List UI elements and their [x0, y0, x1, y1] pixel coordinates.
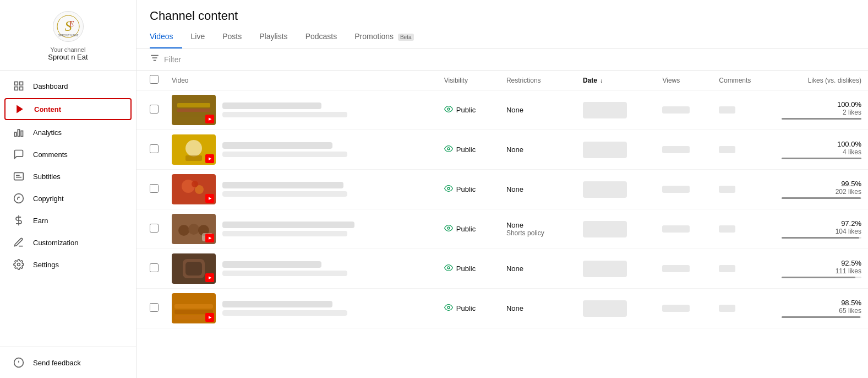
- tab-playlists[interactable]: Playlists: [250, 25, 296, 48]
- views-cell: [656, 209, 712, 249]
- sidebar-item-customization[interactable]: Customization: [0, 231, 136, 253]
- video-meta: [222, 231, 347, 236]
- svg-rect-10: [18, 129, 19, 137]
- svg-point-15: [14, 194, 24, 203]
- sidebar-item-settings[interactable]: Settings: [0, 253, 136, 276]
- tab-videos[interactable]: Videos: [150, 25, 182, 48]
- date-value: [583, 221, 627, 237]
- restriction-cell: None: [500, 90, 576, 130]
- comments-value: [719, 265, 735, 272]
- video-title: [222, 142, 332, 149]
- restriction-cell: None: [500, 289, 576, 328]
- visibility-label: Public: [456, 145, 476, 154]
- tab-podcasts[interactable]: Podcasts: [297, 25, 346, 48]
- views-value: [662, 225, 690, 233]
- visibility-label: Public: [456, 264, 476, 273]
- likes-cell: 100.0% 2 likes: [775, 90, 868, 130]
- views-cell: [656, 130, 712, 170]
- svg-point-47: [447, 267, 450, 269]
- video-thumbnail[interactable]: [172, 253, 216, 284]
- sidebar-item-send-feedback[interactable]: Send feedback: [0, 352, 136, 374]
- sidebar-item-dashboard[interactable]: Dashboard: [0, 75, 136, 97]
- th-video: Video: [165, 71, 438, 90]
- row-checkbox[interactable]: [150, 224, 159, 233]
- likes-percent: 100.0%: [782, 140, 861, 148]
- sidebar-item-label: Content: [34, 105, 61, 114]
- th-likes: Likes (vs. dislikes): [775, 71, 868, 90]
- likes-percent: 92.5%: [782, 259, 861, 267]
- date-cell: [576, 209, 656, 249]
- svg-point-17: [18, 263, 20, 266]
- page-title: Channel content: [137, 0, 868, 23]
- row-checkbox[interactable]: [150, 105, 159, 114]
- restriction-detail: Shorts policy: [506, 229, 570, 237]
- video-meta: [222, 112, 347, 117]
- video-title: [222, 261, 321, 268]
- likes-bar: [782, 197, 861, 199]
- views-cell: [656, 289, 712, 328]
- row-checkbox[interactable]: [150, 303, 159, 312]
- sidebar-item-subtitles[interactable]: Subtitles: [0, 165, 136, 187]
- video-title: [222, 182, 343, 188]
- tab-posts[interactable]: Posts: [214, 25, 250, 48]
- visibility-cell: Public: [438, 289, 500, 328]
- comments-cell: [712, 90, 775, 130]
- sidebar-item-copyright[interactable]: Copyright: [0, 187, 136, 209]
- tab-live[interactable]: Live: [182, 25, 214, 48]
- visibility-icon: [444, 303, 453, 314]
- video-title: [222, 301, 332, 307]
- likes-count: 202 likes: [782, 188, 861, 196]
- svg-point-40: [188, 224, 199, 235]
- subtitles-icon: [13, 171, 24, 182]
- video-thumbnail[interactable]: [172, 293, 216, 323]
- svg-rect-6: [15, 87, 18, 90]
- filter-label[interactable]: Filter: [164, 55, 181, 64]
- svg-rect-12: [14, 172, 24, 180]
- row-checkbox[interactable]: [150, 263, 159, 272]
- visibility-icon: [444, 263, 453, 274]
- sort-arrow-icon: ↓: [600, 78, 603, 84]
- visibility-cell: Public: [438, 130, 500, 170]
- likes-count: 4 likes: [782, 148, 861, 156]
- svg-point-52: [447, 306, 450, 309]
- sidebar-nav: Dashboard Content Analytics: [0, 71, 136, 347]
- row-checkbox[interactable]: [150, 184, 159, 193]
- svg-rect-4: [15, 82, 18, 85]
- select-all-checkbox[interactable]: [150, 75, 159, 84]
- visibility-icon: [444, 184, 453, 195]
- video-thumbnail[interactable]: [172, 174, 216, 204]
- youtube-badge: [205, 154, 214, 163]
- video-thumbnail[interactable]: [172, 134, 216, 165]
- video-thumbnail[interactable]: [172, 214, 216, 244]
- sidebar-item-label: Settings: [33, 261, 59, 269]
- th-date[interactable]: Date ↓: [576, 71, 656, 90]
- your-channel-label: Your channel: [51, 46, 86, 53]
- svg-rect-31: [185, 155, 202, 161]
- visibility-cell: Public: [438, 90, 500, 130]
- tab-promotions[interactable]: Promotions Beta: [346, 25, 422, 48]
- video-info: [222, 261, 431, 276]
- likes-percent: 99.5%: [782, 180, 861, 188]
- row-checkbox-cell: [137, 90, 165, 130]
- restriction-value: None: [506, 185, 570, 193]
- sidebar-item-comments[interactable]: Comments: [0, 143, 136, 165]
- visibility-label: Public: [456, 304, 476, 312]
- views-value: [662, 305, 690, 312]
- likes-bar: [782, 277, 861, 278]
- sidebar-item-analytics[interactable]: Analytics: [0, 121, 136, 143]
- comments-cell: [712, 130, 775, 170]
- views-value: [662, 186, 690, 193]
- video-cell: [165, 90, 438, 130]
- content-table: Video Visibility Restrictions Date ↓ Vie…: [137, 71, 868, 378]
- th-comments: Comments: [712, 71, 775, 90]
- views-value: [662, 265, 690, 272]
- sidebar-item-earn[interactable]: Earn: [0, 209, 136, 231]
- sidebar-item-content[interactable]: Content: [4, 98, 132, 120]
- likes-bar: [782, 118, 861, 120]
- table-row: Public None 100.0% 2 likes: [137, 90, 868, 130]
- restriction-value: None: [506, 106, 570, 114]
- video-title: [222, 102, 321, 109]
- row-checkbox[interactable]: [150, 144, 159, 153]
- video-thumbnail[interactable]: [172, 95, 216, 125]
- sidebar: S E SPROUT N EAT Your channel Sprout n E…: [0, 0, 137, 378]
